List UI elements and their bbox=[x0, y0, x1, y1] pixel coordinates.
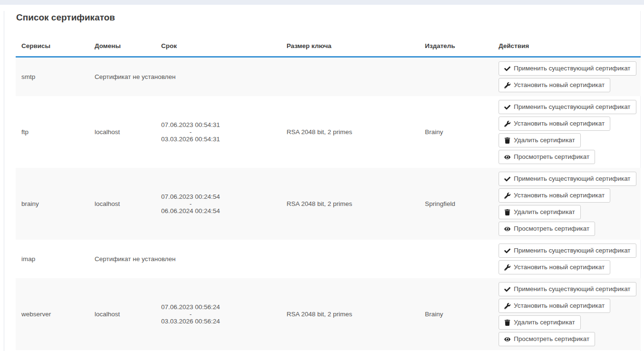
table-row: smtp Сертификат не установлен Применить … bbox=[16, 57, 641, 97]
action-button-label: Просмотреть сертификат bbox=[514, 335, 589, 343]
view-certificate-button[interactable]: Просмотреть сертификат bbox=[499, 222, 595, 236]
key-size-cell bbox=[281, 240, 419, 278]
valid-from-date: 07.06.2023 00:24:54 bbox=[161, 193, 220, 200]
delete-certificate-button[interactable]: Удалить сертификат bbox=[499, 315, 581, 330]
issuer-cell: Brainy bbox=[419, 278, 493, 350]
trash-icon bbox=[504, 209, 510, 215]
action-button-label: Установить новый сертификат bbox=[514, 302, 605, 310]
key-size-cell: RSA 2048 bit, 2 primes bbox=[281, 96, 419, 168]
date-separator: - bbox=[161, 200, 220, 207]
trash-icon bbox=[504, 320, 510, 326]
key-size-cell bbox=[281, 57, 419, 97]
table-row: ftp localhost 07.06.2023 00:54:31-03.03.… bbox=[16, 96, 641, 168]
delete-certificate-button[interactable]: Удалить сертификат bbox=[499, 133, 581, 147]
date-separator: - bbox=[161, 311, 220, 318]
content-card: Список сертификатов Сервисы Домены Срок … bbox=[4, 11, 641, 351]
wrench-icon bbox=[504, 264, 510, 271]
delete-certificate-button[interactable]: Удалить сертификат bbox=[499, 205, 581, 219]
domain-cell: Сертификат не установлен bbox=[89, 240, 155, 278]
issuer-cell: Springfield bbox=[419, 168, 493, 240]
apply-existing-certificate-button[interactable]: Применить существующий сертификат bbox=[499, 244, 636, 258]
check-icon bbox=[504, 248, 510, 254]
issuer-cell bbox=[419, 240, 493, 278]
actions-cell: Применить существующий сертификатУстанов… bbox=[493, 168, 641, 240]
action-button-label: Установить новый сертификат bbox=[514, 81, 605, 89]
valid-to-date: 03.03.2026 00:54:31 bbox=[161, 136, 220, 143]
install-new-certificate-button[interactable]: Установить новый сертификат bbox=[499, 117, 610, 131]
column-header-services: Сервисы bbox=[16, 36, 89, 57]
wrench-icon bbox=[504, 121, 510, 127]
term-cell: 07.06.2023 00:24:54-06.06.2024 00:24:54 bbox=[155, 168, 281, 240]
domain-cell: localhost bbox=[89, 96, 155, 168]
table-row: brainy localhost 07.06.2023 00:24:54-06.… bbox=[16, 168, 641, 240]
certificate-validity-period: 07.06.2023 00:54:31-03.03.2026 00:54:31 bbox=[161, 121, 220, 143]
valid-from-date: 07.06.2023 00:54:31 bbox=[161, 121, 220, 128]
certificates-table: Сервисы Домены Срок Размер ключа Издател… bbox=[16, 36, 641, 350]
check-icon bbox=[504, 66, 510, 72]
apply-existing-certificate-button[interactable]: Применить существующий сертификат bbox=[499, 100, 636, 114]
action-button-label: Применить существующий сертификат bbox=[514, 175, 631, 183]
column-header-actions: Действия bbox=[493, 36, 641, 57]
valid-to-date: 06.06.2024 00:24:54 bbox=[161, 207, 220, 214]
term-cell: 07.06.2023 00:54:31-03.03.2026 00:54:31 bbox=[155, 96, 281, 168]
certificate-validity-period: 07.06.2023 00:24:54-06.06.2024 00:24:54 bbox=[161, 193, 220, 214]
actions-cell: Применить существующий сертификатУстанов… bbox=[493, 240, 641, 278]
table-header: Сервисы Домены Срок Размер ключа Издател… bbox=[16, 36, 641, 57]
column-header-term: Срок bbox=[155, 36, 281, 57]
action-button-label: Удалить сертификат bbox=[514, 136, 575, 144]
eye-icon bbox=[504, 226, 510, 232]
apply-existing-certificate-button[interactable]: Применить существующий сертификат bbox=[499, 61, 636, 76]
action-button-label: Просмотреть сертификат bbox=[514, 225, 589, 233]
action-button-label: Удалить сертификат bbox=[514, 319, 575, 326]
action-button-label: Установить новый сертификат bbox=[514, 263, 605, 271]
action-button-label: Установить новый сертификат bbox=[514, 120, 605, 127]
issuer-cell bbox=[419, 57, 493, 97]
table-row: imap Сертификат не установлен Применить … bbox=[16, 240, 641, 278]
service-cell: brainy bbox=[16, 168, 89, 240]
valid-to-date: 03.03.2026 00:56:24 bbox=[161, 318, 220, 325]
check-icon bbox=[504, 104, 510, 110]
column-header-key-size: Размер ключа bbox=[281, 36, 419, 57]
action-button-label: Применить существующий сертификат bbox=[514, 103, 631, 111]
actions-cell: Применить существующий сертификатУстанов… bbox=[493, 96, 641, 168]
certificate-validity-period: 07.06.2023 00:56:24-03.03.2026 00:56:24 bbox=[161, 303, 220, 325]
term-cell: 07.06.2023 00:56:24-03.03.2026 00:56:24 bbox=[155, 278, 281, 350]
service-cell: webserver bbox=[16, 278, 89, 350]
apply-existing-certificate-button[interactable]: Применить существующий сертификат bbox=[499, 282, 636, 296]
install-new-certificate-button[interactable]: Установить новый сертификат bbox=[499, 260, 610, 274]
install-new-certificate-button[interactable]: Установить новый сертификат bbox=[499, 78, 610, 92]
eye-icon bbox=[504, 154, 510, 160]
actions-cell: Применить существующий сертификатУстанов… bbox=[493, 278, 641, 350]
action-button-label: Применить существующий сертификат bbox=[514, 285, 631, 293]
install-new-certificate-button[interactable]: Установить новый сертификат bbox=[499, 299, 610, 313]
view-certificate-button[interactable]: Просмотреть сертификат bbox=[499, 332, 595, 346]
valid-from-date: 07.06.2023 00:56:24 bbox=[161, 303, 220, 311]
view-certificate-button[interactable]: Просмотреть сертификат bbox=[499, 150, 595, 164]
eye-icon bbox=[504, 336, 510, 342]
action-button-label: Установить новый сертификат bbox=[514, 192, 605, 199]
key-size-cell: RSA 2048 bit, 2 primes bbox=[281, 278, 419, 350]
domain-cell: Сертификат не установлен bbox=[89, 57, 155, 97]
wrench-icon bbox=[504, 193, 510, 199]
page-top-strip bbox=[0, 0, 644, 5]
check-icon bbox=[504, 286, 510, 292]
issuer-cell: Brainy bbox=[419, 96, 493, 168]
install-new-certificate-button[interactable]: Установить новый сертификат bbox=[499, 188, 610, 203]
service-cell: smtp bbox=[16, 57, 89, 97]
wrench-icon bbox=[504, 82, 510, 88]
page-title: Список сертификатов bbox=[16, 11, 640, 24]
certificates-table-body: smtp Сертификат не установлен Применить … bbox=[16, 57, 641, 351]
domain-cell: localhost bbox=[89, 168, 155, 240]
table-row: webserver localhost 07.06.2023 00:56:24-… bbox=[16, 278, 641, 350]
wrench-icon bbox=[504, 303, 510, 309]
service-cell: ftp bbox=[16, 96, 89, 168]
domain-cell: localhost bbox=[89, 278, 155, 350]
date-separator: - bbox=[161, 128, 220, 136]
service-cell: imap bbox=[16, 240, 89, 278]
action-button-label: Применить существующий сертификат bbox=[514, 247, 631, 254]
action-button-label: Применить существующий сертификат bbox=[514, 65, 631, 72]
column-header-domains: Домены bbox=[89, 36, 155, 57]
apply-existing-certificate-button[interactable]: Применить существующий сертификат bbox=[499, 172, 636, 186]
trash-icon bbox=[504, 137, 510, 144]
key-size-cell: RSA 2048 bit, 2 primes bbox=[281, 168, 419, 240]
